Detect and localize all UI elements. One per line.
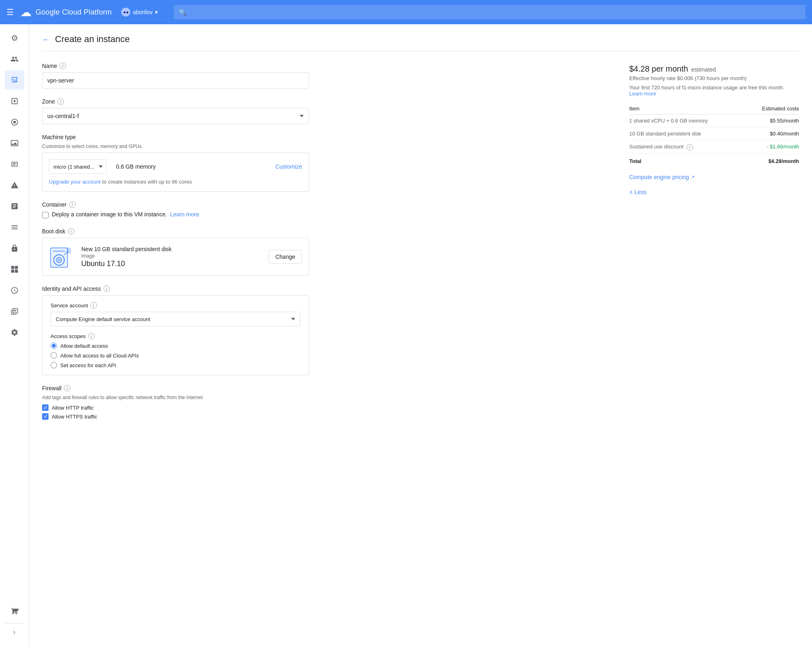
sidebar-item-disks[interactable] <box>5 91 24 111</box>
sidebar-item-vm-instances[interactable] <box>5 70 24 90</box>
container-learn-more-link[interactable]: Learn more <box>170 211 199 218</box>
access-scopes-radio-group: Allow default access Allow full access t… <box>51 343 300 368</box>
firewall-label: Firewall i <box>42 385 309 391</box>
nav-account[interactable]: ●● aborilov ▾ <box>121 8 158 17</box>
change-boot-disk-button[interactable]: Change <box>269 250 302 264</box>
container-deploy-label: Deploy a container image to this VM inst… <box>52 211 199 218</box>
svg-rect-3 <box>15 266 18 269</box>
pricing-row-discount: Sustained use discount i - $1.66/month <box>629 140 799 154</box>
container-help-icon[interactable]: i <box>69 201 76 208</box>
memory-text: 0.6 GB memory <box>116 163 266 170</box>
sidebar-item-templates[interactable] <box>5 154 24 174</box>
access-option2-label: Allow full access to all Cloud APIs <box>60 353 139 359</box>
firewall-http-row[interactable]: Allow HTTP traffic <box>42 404 309 411</box>
svg-rect-4 <box>11 270 14 273</box>
name-input[interactable] <box>42 72 309 89</box>
identity-api-field-group: Identity and API access i Service accoun… <box>42 285 309 375</box>
service-account-help-icon[interactable]: i <box>91 302 97 309</box>
sidebar-item-committed-use[interactable] <box>5 281 24 300</box>
sidebar-bottom: › <box>5 600 24 647</box>
compute-pricing-link[interactable]: Compute engine pricing ↗ <box>629 174 695 180</box>
sidebar: ⚙ › <box>0 24 29 647</box>
machine-type-description: Customize to select cores, memory and GP… <box>42 144 309 149</box>
machine-type-select[interactable]: micro (1 shared... <box>49 159 106 174</box>
account-name: aborilov <box>133 9 152 15</box>
less-link[interactable]: ∧ Less <box>629 189 647 195</box>
disk-info: New 10 GB standard persistent disk Image… <box>81 246 260 268</box>
name-help-icon[interactable]: i <box>59 63 66 69</box>
disk-os: Ubuntu 17.10 <box>81 260 260 268</box>
firewall-http-checkbox[interactable] <box>42 404 49 411</box>
sidebar-item-tpus[interactable] <box>5 260 24 279</box>
search-bar[interactable]: 🔍 <box>174 5 806 19</box>
access-option1-row[interactable]: Allow default access <box>51 343 300 349</box>
upgrade-account-link[interactable]: Upgrade your account <box>49 179 101 185</box>
identity-help-icon[interactable]: i <box>104 285 110 292</box>
page-header: ← Create an instance <box>42 34 799 51</box>
pricing-row-vcpu: 1 shared vCPU + 0.6 GB memory $5.55/mont… <box>629 114 799 127</box>
boot-disk-help-icon[interactable]: i <box>68 228 74 235</box>
search-input[interactable] <box>190 9 801 15</box>
disk-title: New 10 GB standard persistent disk <box>81 246 260 252</box>
firewall-https-checkbox[interactable] <box>42 413 49 420</box>
svg-point-1 <box>13 121 16 124</box>
sidebar-item-metadata[interactable] <box>5 218 24 237</box>
cloud-logo-icon: ☁ <box>20 6 32 19</box>
sidebar-expand-button[interactable]: › <box>5 623 24 641</box>
access-option2-radio[interactable] <box>51 352 57 359</box>
sidebar-item-groups[interactable] <box>5 49 24 69</box>
firewall-field-group: Firewall i Add tags and firewall rules t… <box>42 385 309 420</box>
boot-disk-field-group: Boot disk i New 10 GB standard persi <box>42 228 309 276</box>
svg-point-10 <box>58 259 60 261</box>
discount-help-icon[interactable]: i <box>687 144 693 150</box>
service-account-select[interactable]: Compute Engine default service account <box>51 312 300 326</box>
sidebar-item-settings[interactable] <box>5 323 24 342</box>
access-scopes-label: Access scopes i <box>51 333 300 339</box>
container-checkbox[interactable] <box>42 212 49 218</box>
account-avatar: ●● <box>121 8 130 17</box>
disk-image-label: Image <box>81 253 260 259</box>
svg-rect-7 <box>53 250 65 252</box>
access-option3-radio[interactable] <box>51 362 57 368</box>
zone-help-icon[interactable]: i <box>57 98 64 105</box>
firewall-https-row[interactable]: Allow HTTPS traffic <box>42 413 309 420</box>
zone-label: Zone i <box>42 98 309 105</box>
sidebar-item-images[interactable] <box>5 133 24 153</box>
sidebar-item-marketplace[interactable] <box>5 601 24 621</box>
sidebar-item-operations[interactable] <box>5 175 24 195</box>
identity-api-box: Service account i Compute Engine default… <box>42 295 309 375</box>
access-option2-row[interactable]: Allow full access to all Cloud APIs <box>51 352 300 359</box>
customize-link[interactable]: Customize <box>275 163 302 170</box>
menu-icon[interactable]: ☰ <box>6 7 14 17</box>
service-account-label: Service account i <box>51 302 300 309</box>
sidebar-item-snapshots[interactable] <box>5 112 24 132</box>
back-button[interactable]: ← <box>42 35 50 44</box>
nav-title: Google Cloud Platform <box>36 8 112 17</box>
pricing-item-disk: 10 GB standard persistent disk <box>629 127 744 140</box>
access-option1-radio[interactable] <box>51 343 57 349</box>
firewall-http-label: Allow HTTP traffic <box>52 405 94 411</box>
sidebar-item-health-checks[interactable] <box>5 302 24 321</box>
page-title: Create an instance <box>55 34 130 44</box>
pricing-total-value: $4.28/month <box>744 154 799 167</box>
pricing-row-total: Total $4.28/month <box>629 154 799 167</box>
disk-icon <box>49 245 73 269</box>
top-navigation: ☰ ☁ Google Cloud Platform ●● aborilov ▾ … <box>0 0 812 24</box>
access-scopes-help-icon[interactable]: i <box>88 333 95 339</box>
svg-rect-5 <box>15 270 18 273</box>
zone-select[interactable]: us-central1-f <box>42 108 309 124</box>
pricing-learn-more-link[interactable]: Learn more <box>629 91 656 97</box>
content-grid: Name i Zone i us-central1-f Machine type <box>42 63 799 429</box>
sidebar-item-quotas[interactable] <box>5 197 24 216</box>
price-main-text: $4.28 per month estimated <box>629 64 799 74</box>
pricing-item-vcpu: 1 shared vCPU + 0.6 GB memory <box>629 114 744 127</box>
sidebar-item-compute[interactable]: ⚙ <box>5 28 24 48</box>
svg-rect-12 <box>67 248 71 254</box>
firewall-help-icon[interactable]: i <box>64 385 70 391</box>
svg-point-0 <box>13 100 15 102</box>
pricing-table: Item Estimated costs 1 shared vCPU + 0.6… <box>629 103 799 167</box>
access-option3-label: Set access for each API <box>60 362 116 368</box>
pricing-table-header-cost: Estimated costs <box>744 103 799 114</box>
access-option3-row[interactable]: Set access for each API <box>51 362 300 368</box>
sidebar-item-ssh-keys[interactable] <box>5 239 24 258</box>
